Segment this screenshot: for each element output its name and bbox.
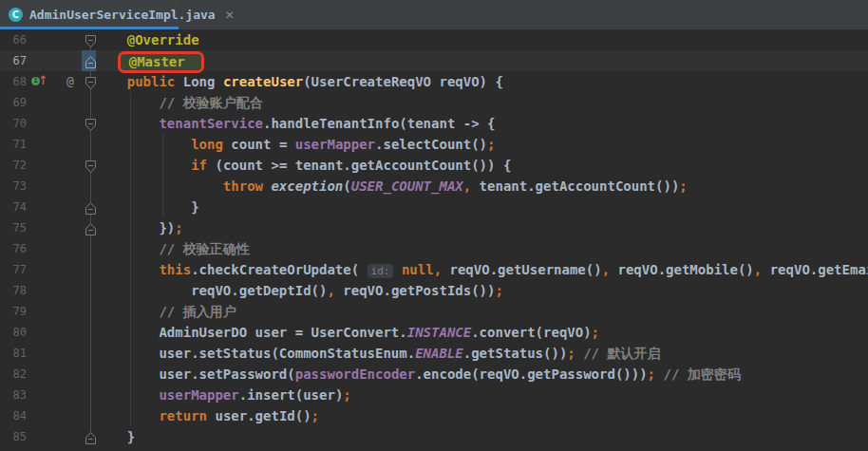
line-number: 85 (0, 426, 27, 447)
token-def (95, 387, 159, 403)
token-def: ( (343, 179, 350, 194)
code-line[interactable]: 74 } (0, 197, 868, 217)
code-line[interactable]: 71 long count = userMapper.selectCount()… (0, 134, 868, 155)
line-number: 69 (0, 92, 27, 113)
token-def: reqVO.getPostIds()) (335, 283, 496, 298)
close-icon[interactable]: ✕ (225, 9, 235, 21)
code-text: user.setPassword(passwordEncoder.encode(… (95, 364, 741, 385)
gutter-icons (27, 426, 95, 447)
token-punct: ; (487, 137, 495, 152)
token-def (95, 95, 159, 110)
gutter-icons (27, 343, 95, 364)
gutter-icons (27, 301, 95, 322)
gutter-icons (27, 259, 95, 280)
fold-collapse-icon[interactable] (85, 221, 96, 234)
gutter-icons (27, 92, 95, 113)
token-field: userMapper (159, 387, 238, 403)
code-line[interactable]: 83 userMapper.insert(user); (0, 385, 868, 405)
token-def: AdminUserDO user = UserConvert. (159, 325, 406, 340)
line-number: 80 (0, 322, 27, 343)
code-line[interactable]: 72 if (count >= tenant.getAccountCount()… (0, 155, 868, 176)
token-kw: public (127, 74, 183, 89)
token-def: }) (95, 220, 175, 235)
code-line[interactable]: 81 user.setStatus(CommonStatusEnum.ENABL… (0, 343, 868, 364)
token-ann: @Master (129, 54, 185, 69)
tab-adminuserserviceimpl[interactable]: C AdminUserServiceImpl.java ✕ (0, 0, 179, 29)
token-def: } (95, 429, 135, 444)
code-line[interactable]: 70 tenantService.handleTenantInfo(tenant… (0, 113, 868, 134)
gutter-icons (27, 155, 95, 176)
navigate-up-arrow-icon[interactable]: ↑ (38, 73, 48, 88)
fold-expand-icon[interactable] (85, 75, 96, 87)
token-kw: throw (223, 179, 272, 194)
token-inlay: id: (368, 264, 394, 278)
token-def: .insert(user) (239, 387, 344, 403)
token-kw: return (159, 408, 215, 423)
code-line[interactable]: 79 // 插入用户 (0, 301, 868, 322)
code-text: // 校验账户配合 (95, 92, 263, 113)
code-text: } (95, 197, 199, 217)
code-line[interactable]: 69 // 校验账户配合 (0, 92, 868, 113)
gutter-icons (27, 322, 95, 343)
token-def (95, 366, 159, 382)
token-smethod: exception (271, 179, 343, 194)
code-line[interactable]: 82 user.setPassword(passwordEncoder.enco… (0, 364, 868, 385)
fold-collapse-icon[interactable] (85, 200, 96, 213)
gutter-icons (27, 405, 95, 426)
token-punct: ; (592, 325, 599, 340)
code-line[interactable]: 85 } (0, 426, 868, 447)
token-def (95, 74, 127, 89)
token-mdecl: createUser (223, 74, 303, 89)
token-def: .encode(reqVO.getPassword())) (415, 366, 647, 382)
code-line[interactable]: 67 @Master (0, 50, 868, 71)
code-line[interactable]: 84 return user.getId(); (0, 405, 868, 426)
token-def (95, 137, 191, 152)
fold-expand-icon[interactable] (85, 159, 96, 171)
token-field: tenantService (159, 116, 263, 131)
token-def: reqVO.getEmail() (762, 262, 868, 277)
java-class-icon: C (9, 8, 23, 22)
gutter-icons (27, 176, 95, 197)
editor-tab-bar: C AdminUserServiceImpl.java ✕ (0, 0, 868, 29)
gutter-icons (27, 197, 95, 217)
fold-collapse-icon[interactable] (85, 430, 96, 442)
line-number: 66 (0, 29, 27, 50)
token-static: INSTANCE (407, 325, 471, 340)
token-cmt: // 加密密码 (663, 366, 740, 382)
fold-collapse-icon[interactable] (85, 54, 96, 66)
gutter-icons (27, 29, 95, 50)
annotation-at-icon: @ (66, 71, 74, 92)
line-number: 79 (0, 301, 27, 322)
line-number: 72 (0, 155, 27, 176)
code-line[interactable]: 681↑@ public Long createUser(UserCreateR… (0, 71, 868, 92)
code-line[interactable]: 78 reqVO.getDeptId(), reqVO.getPostIds()… (0, 280, 868, 301)
token-def: user.setStatus(CommonStatusEnum. (159, 346, 415, 361)
token-def: } (95, 199, 199, 215)
fold-expand-icon[interactable] (85, 33, 96, 46)
code-line[interactable]: 76 // 校验正确性 (0, 238, 868, 259)
line-number: 70 (0, 113, 27, 134)
token-punct: , (434, 262, 442, 277)
token-def (95, 158, 191, 173)
code-line[interactable]: 77 this.checkCreateOrUpdate( id: null, r… (0, 259, 868, 280)
token-def: user.setPassword( (159, 366, 294, 382)
line-number: 74 (0, 197, 27, 217)
code-line[interactable]: 75 }); (0, 217, 868, 238)
code-line[interactable]: 66 @Override (0, 29, 868, 50)
token-def: .handleTenantInfo(tenant -> { (263, 116, 495, 131)
code-line[interactable]: 73 throw exception(USER_COUNT_MAX, tenan… (0, 176, 868, 197)
token-def: reqVO.getMobile() (610, 262, 754, 277)
token-punct: , (602, 262, 610, 277)
token-kw: long (191, 137, 231, 152)
token-cmt: // 校验正确性 (159, 241, 249, 256)
code-editor[interactable]: 66 @Override67 @Master681↑@ public Long … (0, 29, 868, 451)
fold-expand-icon[interactable] (85, 117, 96, 129)
code-line[interactable]: 80 AdminUserDO user = UserConvert.INSTAN… (0, 322, 868, 343)
code-text: @Override (95, 29, 199, 50)
token-static: USER_COUNT_MAX (351, 179, 463, 194)
gutter-icons: 1↑@ (27, 71, 95, 92)
line-number: 82 (0, 364, 27, 385)
code-text: user.setStatus(CommonStatusEnum.ENABLE.g… (95, 343, 660, 364)
line-number: 78 (0, 280, 27, 301)
gutter-icons (27, 217, 95, 238)
